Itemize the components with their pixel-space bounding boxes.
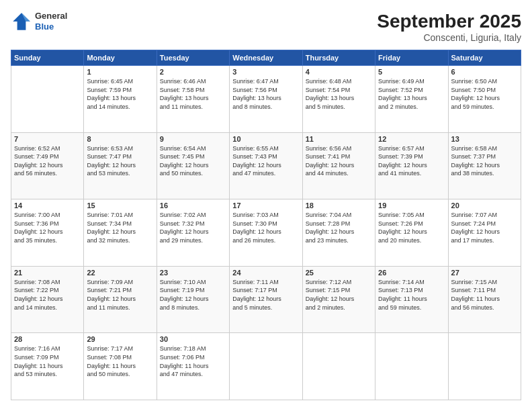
- month-title: September 2025: [377, 11, 521, 32]
- day-number: 2: [160, 68, 226, 76]
- logo-icon: [11, 11, 32, 32]
- day-info: Sunrise: 7:11 AMSunset: 7:17 PMDaylight:…: [232, 278, 299, 312]
- day-number: 27: [451, 269, 518, 277]
- day-of-week-wednesday: Wednesday: [230, 50, 302, 66]
- calendar-cell: 6Sunrise: 6:50 AMSunset: 7:50 PMDaylight…: [448, 66, 521, 133]
- day-info: Sunrise: 6:56 AMSunset: 7:41 PMDaylight:…: [306, 144, 372, 178]
- day-number: 12: [378, 135, 445, 143]
- day-info: Sunrise: 7:03 AMSunset: 7:30 PMDaylight:…: [232, 211, 299, 244]
- header: General Blue September 2025 Conscenti, L…: [11, 11, 521, 43]
- day-info: Sunrise: 7:09 AMSunset: 7:21 PMDaylight:…: [87, 278, 153, 312]
- calendar-cell: 3Sunrise: 6:47 AMSunset: 7:56 PMDaylight…: [230, 66, 302, 133]
- location: Conscenti, Liguria, Italy: [377, 32, 521, 43]
- day-info: Sunrise: 7:05 AMSunset: 7:26 PMDaylight:…: [378, 211, 445, 244]
- calendar-cell: 14Sunrise: 7:00 AMSunset: 7:36 PMDayligh…: [11, 199, 84, 267]
- calendar-cell: 12Sunrise: 6:57 AMSunset: 7:39 PMDayligh…: [375, 132, 448, 199]
- day-number: 22: [87, 269, 153, 277]
- day-number: 15: [87, 201, 153, 210]
- calendar-cell: 9Sunrise: 6:54 AMSunset: 7:45 PMDaylight…: [157, 132, 229, 199]
- logo-blue-text: Blue: [35, 21, 67, 32]
- calendar-cell: 18Sunrise: 7:04 AMSunset: 7:28 PMDayligh…: [302, 199, 375, 267]
- calendar-cell: [230, 333, 302, 400]
- day-info: Sunrise: 6:54 AMSunset: 7:45 PMDaylight:…: [160, 144, 226, 178]
- calendar-cell: [375, 333, 448, 400]
- day-number: 26: [378, 269, 445, 277]
- logo-text: General Blue: [35, 11, 67, 32]
- day-info: Sunrise: 7:01 AMSunset: 7:34 PMDaylight:…: [87, 211, 153, 244]
- calendar-cell: 8Sunrise: 6:53 AMSunset: 7:47 PMDaylight…: [84, 132, 157, 199]
- day-info: Sunrise: 6:50 AMSunset: 7:50 PMDaylight:…: [451, 77, 518, 111]
- calendar-cell: 29Sunrise: 7:17 AMSunset: 7:08 PMDayligh…: [84, 333, 157, 400]
- day-number: 9: [160, 135, 226, 143]
- day-number: 21: [14, 269, 81, 277]
- day-number: 23: [160, 269, 226, 277]
- day-of-week-saturday: Saturday: [448, 50, 521, 66]
- day-info: Sunrise: 6:47 AMSunset: 7:56 PMDaylight:…: [232, 77, 299, 111]
- calendar-cell: 26Sunrise: 7:14 AMSunset: 7:13 PMDayligh…: [375, 266, 448, 333]
- calendar-cell: 5Sunrise: 6:49 AMSunset: 7:52 PMDaylight…: [375, 66, 448, 133]
- day-info: Sunrise: 6:55 AMSunset: 7:43 PMDaylight:…: [232, 144, 299, 178]
- day-number: 14: [14, 201, 81, 210]
- day-number: 7: [14, 135, 81, 143]
- day-number: 6: [451, 68, 518, 76]
- day-info: Sunrise: 6:53 AMSunset: 7:47 PMDaylight:…: [87, 144, 153, 178]
- day-number: 13: [451, 135, 518, 143]
- calendar-table: SundayMondayTuesdayWednesdayThursdayFrid…: [11, 50, 521, 400]
- calendar-cell: 17Sunrise: 7:03 AMSunset: 7:30 PMDayligh…: [230, 199, 302, 267]
- day-number: 18: [306, 201, 372, 210]
- calendar-cell: 30Sunrise: 7:18 AMSunset: 7:06 PMDayligh…: [157, 333, 229, 400]
- day-number: 20: [451, 201, 518, 210]
- day-number: 8: [87, 135, 153, 143]
- week-row-3: 14Sunrise: 7:00 AMSunset: 7:36 PMDayligh…: [11, 199, 521, 267]
- calendar-cell: 19Sunrise: 7:05 AMSunset: 7:26 PMDayligh…: [375, 199, 448, 267]
- day-number: 24: [232, 269, 299, 277]
- calendar-cell: 23Sunrise: 7:10 AMSunset: 7:19 PMDayligh…: [157, 266, 229, 333]
- day-number: 17: [232, 201, 299, 210]
- week-row-2: 7Sunrise: 6:52 AMSunset: 7:49 PMDaylight…: [11, 132, 521, 199]
- day-number: 11: [306, 135, 372, 143]
- calendar-cell: [11, 66, 84, 133]
- day-number: 29: [87, 335, 153, 343]
- calendar-cell: 22Sunrise: 7:09 AMSunset: 7:21 PMDayligh…: [84, 266, 157, 333]
- calendar-cell: 2Sunrise: 6:46 AMSunset: 7:58 PMDaylight…: [157, 66, 229, 133]
- day-info: Sunrise: 7:07 AMSunset: 7:24 PMDaylight:…: [451, 211, 518, 244]
- week-row-5: 28Sunrise: 7:16 AMSunset: 7:09 PMDayligh…: [11, 333, 521, 400]
- day-info: Sunrise: 7:10 AMSunset: 7:19 PMDaylight:…: [160, 278, 226, 312]
- day-info: Sunrise: 6:58 AMSunset: 7:37 PMDaylight:…: [451, 144, 518, 178]
- day-info: Sunrise: 7:17 AMSunset: 7:08 PMDaylight:…: [87, 345, 153, 378]
- day-info: Sunrise: 7:12 AMSunset: 7:15 PMDaylight:…: [306, 278, 372, 312]
- day-info: Sunrise: 6:46 AMSunset: 7:58 PMDaylight:…: [160, 77, 226, 111]
- day-number: 4: [306, 68, 372, 76]
- calendar-cell: 1Sunrise: 6:45 AMSunset: 7:59 PMDaylight…: [84, 66, 157, 133]
- day-of-week-friday: Friday: [375, 50, 448, 66]
- day-info: Sunrise: 7:18 AMSunset: 7:06 PMDaylight:…: [160, 345, 226, 378]
- day-number: 25: [306, 269, 372, 277]
- calendar-cell: 25Sunrise: 7:12 AMSunset: 7:15 PMDayligh…: [302, 266, 375, 333]
- calendar-cell: 20Sunrise: 7:07 AMSunset: 7:24 PMDayligh…: [448, 199, 521, 267]
- day-info: Sunrise: 7:16 AMSunset: 7:09 PMDaylight:…: [14, 345, 81, 378]
- week-row-1: 1Sunrise: 6:45 AMSunset: 7:59 PMDaylight…: [11, 66, 521, 133]
- day-of-week-tuesday: Tuesday: [157, 50, 229, 66]
- calendar-cell: 27Sunrise: 7:15 AMSunset: 7:11 PMDayligh…: [448, 266, 521, 333]
- logo: General Blue: [11, 11, 67, 32]
- day-number: 16: [160, 201, 226, 210]
- day-info: Sunrise: 6:49 AMSunset: 7:52 PMDaylight:…: [378, 77, 445, 111]
- title-block: September 2025 Conscenti, Liguria, Italy: [377, 11, 521, 43]
- calendar-cell: 7Sunrise: 6:52 AMSunset: 7:49 PMDaylight…: [11, 132, 84, 199]
- day-info: Sunrise: 7:08 AMSunset: 7:22 PMDaylight:…: [14, 278, 81, 312]
- calendar-cell: 28Sunrise: 7:16 AMSunset: 7:09 PMDayligh…: [11, 333, 84, 400]
- calendar-cell: 11Sunrise: 6:56 AMSunset: 7:41 PMDayligh…: [302, 132, 375, 199]
- calendar-header-row: SundayMondayTuesdayWednesdayThursdayFrid…: [11, 50, 521, 66]
- day-number: 28: [14, 335, 81, 343]
- logo-general: General: [35, 11, 67, 21]
- calendar-cell: 4Sunrise: 6:48 AMSunset: 7:54 PMDaylight…: [302, 66, 375, 133]
- day-number: 1: [87, 68, 153, 76]
- day-info: Sunrise: 7:00 AMSunset: 7:36 PMDaylight:…: [14, 211, 81, 244]
- day-info: Sunrise: 7:04 AMSunset: 7:28 PMDaylight:…: [306, 211, 372, 244]
- calendar-cell: 10Sunrise: 6:55 AMSunset: 7:43 PMDayligh…: [230, 132, 302, 199]
- day-of-week-thursday: Thursday: [302, 50, 375, 66]
- day-number: 5: [378, 68, 445, 76]
- day-info: Sunrise: 7:14 AMSunset: 7:13 PMDaylight:…: [378, 278, 445, 312]
- day-info: Sunrise: 6:52 AMSunset: 7:49 PMDaylight:…: [14, 144, 81, 178]
- day-info: Sunrise: 7:15 AMSunset: 7:11 PMDaylight:…: [451, 278, 518, 312]
